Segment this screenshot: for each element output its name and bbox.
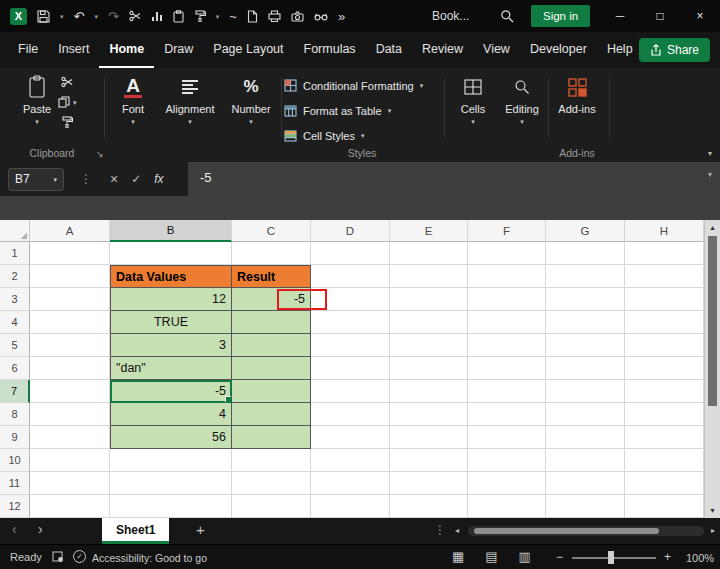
- cell-G10[interactable]: [546, 449, 625, 472]
- cell-A10[interactable]: [30, 449, 110, 472]
- cell-G11[interactable]: [546, 472, 625, 495]
- cell-A2[interactable]: [30, 265, 110, 288]
- painter-chevron-icon[interactable]: ▾: [216, 13, 220, 20]
- accessibility-icon[interactable]: ✓: [73, 550, 86, 563]
- cell-F2[interactable]: [468, 265, 546, 288]
- zoom-in-button[interactable]: +: [664, 550, 671, 564]
- new-document-icon[interactable]: [247, 10, 258, 23]
- cell-A6[interactable]: [30, 357, 110, 380]
- horizontal-scroll-thumb[interactable]: [474, 528, 659, 534]
- ribbon-tab-data[interactable]: Data: [366, 32, 412, 68]
- column-header-E[interactable]: E: [390, 220, 468, 242]
- macro-record-icon[interactable]: [52, 551, 64, 563]
- alignment-group-button[interactable]: Alignment ▾: [162, 74, 218, 125]
- horizontal-scrollbar[interactable]: [468, 526, 704, 536]
- cell-E3[interactable]: [390, 288, 468, 311]
- cell-F9[interactable]: [468, 426, 546, 449]
- cell-A8[interactable]: [30, 403, 110, 426]
- clipboard-icon[interactable]: [173, 10, 184, 23]
- search-icon[interactable]: [500, 9, 514, 23]
- cell-F6[interactable]: [468, 357, 546, 380]
- cell-H5[interactable]: [625, 334, 704, 357]
- cell-G7[interactable]: [546, 380, 625, 403]
- cell-G2[interactable]: [546, 265, 625, 288]
- page-layout-view-icon[interactable]: ▤: [485, 549, 497, 564]
- cell-B8[interactable]: 4: [110, 403, 232, 426]
- cell-G9[interactable]: [546, 426, 625, 449]
- name-box[interactable]: B7 ▾: [8, 168, 64, 191]
- cell-E7[interactable]: [390, 380, 468, 403]
- sign-in-button[interactable]: Sign in: [531, 5, 590, 27]
- insert-function-icon[interactable]: fx: [154, 172, 163, 186]
- cell-C3[interactable]: -5: [232, 288, 311, 311]
- cell-D7[interactable]: [311, 380, 390, 403]
- cell-B1[interactable]: [110, 242, 232, 265]
- column-header-D[interactable]: D: [311, 220, 390, 242]
- column-header-C[interactable]: C: [232, 220, 311, 242]
- vertical-scrollbar[interactable]: ▴ ▾: [704, 220, 720, 518]
- save-chevron-icon[interactable]: ▾: [60, 13, 64, 20]
- cell-E2[interactable]: [390, 265, 468, 288]
- cell-F5[interactable]: [468, 334, 546, 357]
- ribbon-tab-formulas[interactable]: Formulas: [294, 32, 366, 68]
- cell-E6[interactable]: [390, 357, 468, 380]
- ribbon-tab-file[interactable]: File: [8, 32, 48, 68]
- minimize-button[interactable]: ─: [600, 0, 640, 32]
- zoom-slider[interactable]: [572, 557, 656, 559]
- cell-H2[interactable]: [625, 265, 704, 288]
- excel-logo-icon[interactable]: X: [10, 8, 27, 25]
- cell-G8[interactable]: [546, 403, 625, 426]
- row-header-10[interactable]: 10: [0, 449, 30, 472]
- cell-H4[interactable]: [625, 311, 704, 334]
- row-header-3[interactable]: 3: [0, 288, 30, 311]
- cell-D12[interactable]: [311, 495, 390, 518]
- cell-A4[interactable]: [30, 311, 110, 334]
- ribbon-tab-help[interactable]: Help: [597, 32, 643, 68]
- cell-D11[interactable]: [311, 472, 390, 495]
- page-break-view-icon[interactable]: ▥: [519, 549, 531, 564]
- cell-E12[interactable]: [390, 495, 468, 518]
- column-header-G[interactable]: G: [546, 220, 625, 242]
- cell-H1[interactable]: [625, 242, 704, 265]
- row-header-5[interactable]: 5: [0, 334, 30, 357]
- cell-A12[interactable]: [30, 495, 110, 518]
- chart-icon[interactable]: [151, 10, 163, 22]
- ribbon-tab-view[interactable]: View: [473, 32, 520, 68]
- cell-G1[interactable]: [546, 242, 625, 265]
- cell-C11[interactable]: [232, 472, 311, 495]
- paste-button[interactable]: Paste ▾: [14, 74, 60, 125]
- cell-B6[interactable]: "dan": [110, 357, 232, 380]
- cell-B7[interactable]: -5: [110, 380, 232, 403]
- cell-B2[interactable]: Data Values: [110, 265, 232, 288]
- cell-C7[interactable]: [232, 380, 311, 403]
- close-button[interactable]: ×: [680, 0, 720, 32]
- scroll-left-arrow-icon[interactable]: ◂: [455, 526, 459, 535]
- cell-A3[interactable]: [30, 288, 110, 311]
- cell-H9[interactable]: [625, 426, 704, 449]
- cell-D10[interactable]: [311, 449, 390, 472]
- maximize-button[interactable]: □: [640, 0, 680, 32]
- cell-E4[interactable]: [390, 311, 468, 334]
- cell-H12[interactable]: [625, 495, 704, 518]
- cell-C1[interactable]: [232, 242, 311, 265]
- zoom-slider-thumb[interactable]: [608, 551, 614, 564]
- format-painter-small-icon[interactable]: [61, 116, 73, 128]
- ribbon-tab-insert[interactable]: Insert: [48, 32, 99, 68]
- cell-A7[interactable]: [30, 380, 110, 403]
- cell-C5[interactable]: [232, 334, 311, 357]
- ribbon-tab-review[interactable]: Review: [412, 32, 473, 68]
- cell-E11[interactable]: [390, 472, 468, 495]
- clipboard-dialog-launcher-icon[interactable]: ↘: [96, 149, 104, 159]
- scroll-up-arrow-icon[interactable]: ▴: [705, 223, 720, 232]
- cell-H7[interactable]: [625, 380, 704, 403]
- copy-button[interactable]: ▾: [58, 96, 77, 108]
- cell-D8[interactable]: [311, 403, 390, 426]
- cell-B9[interactable]: 56: [110, 426, 232, 449]
- cell-A9[interactable]: [30, 426, 110, 449]
- row-header-7[interactable]: 7: [0, 380, 30, 403]
- cell-C6[interactable]: [232, 357, 311, 380]
- cell-B12[interactable]: [110, 495, 232, 518]
- cell-D9[interactable]: [311, 426, 390, 449]
- cell-C2[interactable]: Result: [232, 265, 311, 288]
- formula-bar-drag-handle-icon[interactable]: ⋮: [80, 172, 92, 186]
